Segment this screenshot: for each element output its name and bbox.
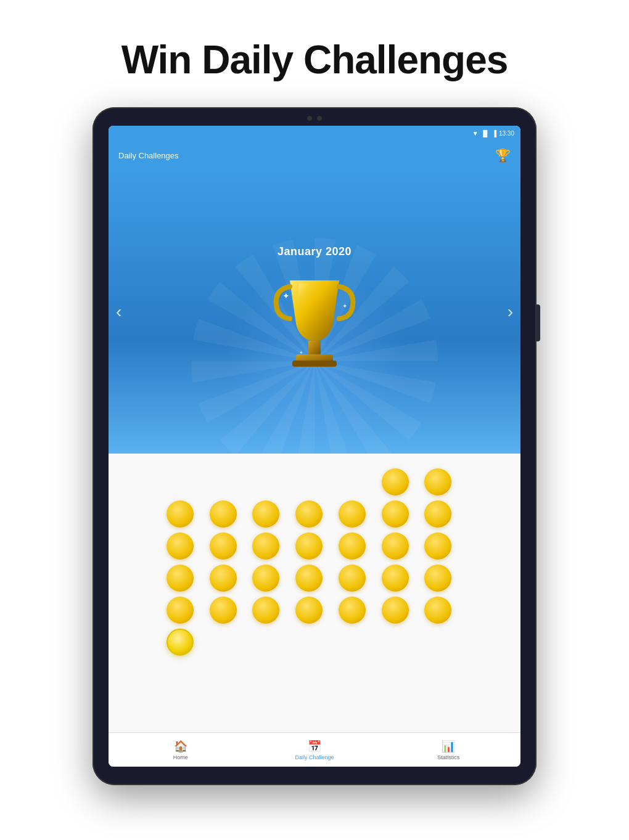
page-title: Win Daily Challenges	[121, 37, 508, 83]
calendar-day-dot[interactable]	[295, 597, 323, 624]
calendar-day-dot[interactable]	[339, 597, 366, 624]
calendar-day-dot[interactable]	[252, 597, 279, 624]
calendar-day-dot[interactable]	[382, 532, 409, 560]
calendar-day-dot[interactable]	[166, 532, 194, 560]
calendar-day-dot[interactable]	[252, 565, 279, 592]
svg-text:✦: ✦	[282, 291, 290, 301]
svg-rect-0	[308, 341, 321, 356]
calendar-day-dot[interactable]	[424, 532, 451, 560]
svg-text:✦: ✦	[342, 303, 347, 309]
calendar-day-dot[interactable]	[252, 500, 279, 528]
calendar-day-dot[interactable]	[424, 597, 451, 624]
calendar-day-dot[interactable]	[339, 532, 366, 560]
calendar-day-dot[interactable]	[382, 468, 409, 495]
battery-icon: ▐	[492, 130, 496, 137]
calendar-day-dot[interactable]	[166, 565, 194, 592]
calendar-day-dot[interactable]	[295, 500, 323, 528]
calendar-day-dot[interactable]	[382, 565, 409, 592]
svg-rect-2	[292, 361, 337, 367]
stats-nav-label: Statistics	[437, 754, 459, 760]
calendar-day-dot[interactable]	[166, 629, 194, 656]
hero-section: ‹ › January 2020	[109, 170, 520, 454]
calendar-day-dot[interactable]	[424, 500, 451, 528]
camera-dot-right	[317, 116, 322, 121]
calendar-day-dot[interactable]	[210, 597, 237, 624]
tablet-side-button	[536, 304, 540, 341]
status-bar: ▼ ▐▌ ▐ 13:30	[109, 126, 520, 141]
nav-item-stats[interactable]: 📊 Statistics	[382, 740, 516, 760]
calendar-day-dot[interactable]	[424, 468, 451, 495]
calendar-day-dot[interactable]	[210, 500, 237, 528]
camera-dot-left	[307, 116, 312, 121]
trophy-bar-icon: 🏆	[495, 148, 511, 163]
svg-text:✦: ✦	[299, 350, 303, 356]
calendar-day-dot[interactable]	[166, 500, 194, 528]
bottom-nav: 🏠 Home 📅 Daily Challenge 📊 Statistics	[109, 732, 520, 767]
signal-icon: ▐▌	[481, 130, 490, 137]
calendar-day-dot[interactable]	[424, 565, 451, 592]
calendar-day-dot[interactable]	[382, 597, 409, 624]
calendar-day-dot[interactable]	[210, 629, 237, 656]
calendar-day-dot[interactable]	[210, 468, 237, 495]
calendar-day-dot[interactable]	[252, 629, 279, 656]
calendar-day-dot[interactable]	[295, 532, 323, 560]
status-icons: ▼ ▐▌ ▐ 13:30	[472, 130, 514, 137]
home-nav-icon: 🏠	[174, 740, 187, 753]
home-nav-label: Home	[173, 754, 188, 760]
daily-nav-label: Daily Challenge	[295, 754, 334, 760]
tablet-camera-area	[307, 116, 322, 121]
status-time: 13:30	[499, 130, 514, 137]
calendar-grid	[166, 468, 462, 656]
calendar-day-dot[interactable]	[210, 565, 237, 592]
calendar-day-dot[interactable]	[295, 565, 323, 592]
daily-nav-icon: 📅	[308, 740, 321, 753]
nav-item-daily[interactable]: 📅 Daily Challenge	[247, 740, 381, 760]
trophy-image: ✦ ✦ ✦	[265, 268, 364, 379]
app-bar-title: Daily Challenges	[118, 151, 179, 160]
prev-month-button[interactable]: ‹	[116, 302, 121, 322]
tablet-screen: ▼ ▐▌ ▐ 13:30 Daily Challenges 🏆 ‹ › Janu…	[109, 126, 520, 767]
calendar-day-dot[interactable]	[382, 500, 409, 528]
tablet-device: ▼ ▐▌ ▐ 13:30 Daily Challenges 🏆 ‹ › Janu…	[92, 107, 536, 785]
calendar-day-dot[interactable]	[424, 629, 451, 656]
calendar-day-dot[interactable]	[166, 468, 194, 495]
month-label: January 2020	[278, 245, 352, 258]
calendar-section	[109, 454, 520, 732]
stats-nav-icon: 📊	[442, 740, 455, 753]
calendar-day-dot[interactable]	[210, 532, 237, 560]
calendar-day-dot[interactable]	[339, 565, 366, 592]
calendar-day-dot[interactable]	[382, 629, 409, 656]
calendar-day-dot[interactable]	[295, 629, 323, 656]
calendar-day-dot[interactable]	[339, 629, 366, 656]
wifi-icon: ▼	[472, 130, 479, 137]
calendar-day-dot[interactable]	[252, 532, 279, 560]
app-bar: Daily Challenges 🏆	[109, 141, 520, 170]
next-month-button[interactable]: ›	[508, 302, 513, 322]
calendar-day-dot[interactable]	[166, 597, 194, 624]
calendar-day-dot[interactable]	[339, 500, 366, 528]
nav-item-home[interactable]: 🏠 Home	[113, 740, 247, 760]
